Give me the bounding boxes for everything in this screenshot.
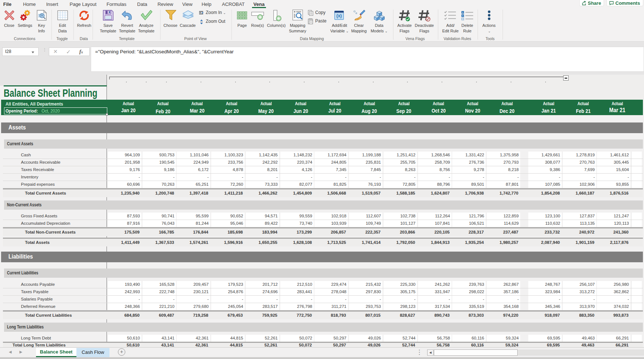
svg-text:(x): (x) [337,13,342,18]
